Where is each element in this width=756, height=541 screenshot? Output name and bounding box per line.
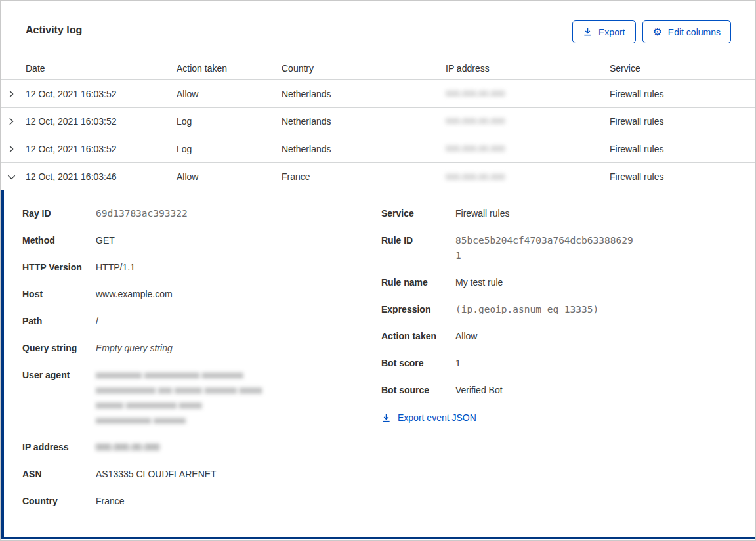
field-label: Query string [22, 341, 96, 356]
table-row[interactable]: 12 Oct, 2021 16:03:52 Allow Netherlands … [1, 80, 755, 108]
path-value: / [96, 314, 98, 329]
cell-country: France [282, 171, 446, 182]
query-string-value: Empty query string [96, 341, 173, 356]
rule-name-value: My test rule [455, 275, 503, 290]
rule-id-value: 85bce5b204cf4703a764dcb633886291 [455, 233, 634, 263]
user-agent-value-redacted: xxxxxxxxxx xxxxxxxxxxxx xxxxxxxxx xxxxxx… [96, 368, 262, 428]
host-value: www.example.com [96, 287, 173, 302]
export-event-json-label: Export event JSON [398, 412, 476, 423]
field-label: Host [22, 287, 96, 302]
field-label: Country [22, 494, 96, 509]
cell-ip-redacted: 000.000.00.000 [446, 144, 505, 154]
field-label: Rule ID [381, 233, 455, 263]
ray-id-value: 69d13783ac393322 [96, 206, 188, 221]
cell-action-taken: Log [177, 144, 282, 154]
field-label: Rule name [381, 275, 455, 290]
detail-column-left: Ray ID69d13783ac393322 MethodGET HTTP Ve… [22, 206, 381, 537]
export-event-json-link[interactable]: Export event JSON [381, 412, 476, 423]
cell-action-taken: Allow [177, 171, 282, 182]
expression-value: (ip.geoip.asnum eq 13335) [455, 302, 598, 317]
cell-ip-redacted: 000.000.00.000 [446, 116, 505, 126]
edit-columns-button-label: Edit columns [668, 28, 721, 37]
field-label: Bot score [381, 356, 455, 371]
field-label: HTTP Version [22, 260, 96, 275]
activity-log-table: Date Action taken Country IP address Ser… [1, 57, 755, 190]
col-header-ip-address: IP address [446, 63, 610, 74]
field-label: Action taken [381, 329, 455, 344]
event-detail-panel: Ray ID69d13783ac393322 MethodGET HTTP Ve… [1, 190, 755, 539]
cell-date: 12 Oct, 2021 16:03:52 [26, 144, 177, 154]
toolbar: Export ⚙ Edit columns [572, 20, 731, 43]
http-version-value: HTTP/1.1 [96, 260, 135, 275]
download-icon [381, 413, 391, 423]
activity-log-panel: Activity log Export ⚙ Edit columns Date … [0, 0, 756, 541]
chevron-right-icon [7, 89, 16, 98]
col-header-country: Country [282, 63, 446, 74]
country-value: France [96, 494, 125, 509]
field-label: Path [22, 314, 96, 329]
chevron-down-icon [7, 172, 16, 182]
service-value: Firewall rules [455, 206, 509, 221]
page-title: Activity log [26, 20, 82, 36]
cell-date: 12 Oct, 2021 16:03:52 [26, 116, 177, 127]
method-value: GET [96, 233, 115, 248]
field-label: Method [22, 233, 96, 248]
expand-row-button[interactable] [1, 80, 26, 107]
detail-column-right: ServiceFirewall rules Rule ID85bce5b204c… [381, 206, 729, 537]
cell-service: Firewall rules [610, 144, 755, 154]
field-label: Ray ID [22, 206, 96, 221]
cell-date: 12 Oct, 2021 16:03:52 [26, 89, 177, 99]
field-label: Expression [381, 302, 455, 317]
cell-country: Netherlands [282, 144, 446, 154]
topbar: Activity log Export ⚙ Edit columns [1, 1, 755, 57]
cell-country: Netherlands [282, 116, 446, 127]
table-row-expanded[interactable]: 12 Oct, 2021 16:03:46 Allow France 000.0… [1, 163, 755, 190]
ip-address-value-redacted: 000.000.00.000 [96, 440, 159, 455]
table-header-row: Date Action taken Country IP address Ser… [1, 57, 755, 80]
table-row[interactable]: 12 Oct, 2021 16:03:52 Log Netherlands 00… [1, 135, 755, 163]
expand-row-button[interactable] [1, 135, 26, 162]
export-button-label: Export [598, 28, 625, 37]
field-label: Service [381, 206, 455, 221]
cell-date: 12 Oct, 2021 16:03:46 [26, 171, 177, 182]
col-header-date: Date [26, 63, 177, 74]
cell-service: Firewall rules [610, 89, 755, 99]
cell-ip-redacted: 000.000.00.000 [446, 172, 505, 182]
col-header-service: Service [610, 63, 755, 74]
bot-score-value: 1 [455, 356, 461, 371]
gear-icon: ⚙ [653, 27, 662, 37]
cell-action-taken: Log [177, 116, 282, 127]
chevron-right-icon [7, 117, 16, 126]
collapse-row-button[interactable] [1, 163, 26, 190]
bot-source-value: Verified Bot [455, 383, 503, 398]
field-label: IP address [22, 440, 96, 455]
cell-service: Firewall rules [610, 171, 755, 182]
cell-country: Netherlands [282, 89, 446, 99]
asn-value: AS13335 CLOUDFLARENET [96, 467, 217, 482]
col-header-action-taken: Action taken [177, 63, 282, 74]
export-button[interactable]: Export [572, 20, 635, 43]
action-taken-value: Allow [455, 329, 477, 344]
field-label: User agent [22, 368, 96, 428]
edit-columns-button[interactable]: ⚙ Edit columns [642, 20, 732, 43]
field-label: ASN [22, 467, 96, 482]
chevron-right-icon [7, 144, 16, 154]
cell-service: Firewall rules [610, 116, 755, 127]
cell-action-taken: Allow [177, 89, 282, 99]
download-icon [583, 27, 593, 37]
table-row[interactable]: 12 Oct, 2021 16:03:52 Log Netherlands 00… [1, 108, 755, 135]
cell-ip-redacted: 000.000.00.000 [446, 89, 505, 98]
field-label: Bot source [381, 383, 455, 398]
expand-row-button[interactable] [1, 108, 26, 135]
